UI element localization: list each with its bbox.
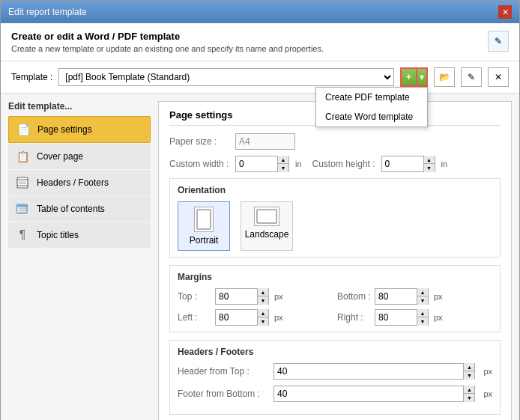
orientation-group: Portrait Landscape [178, 201, 492, 251]
footer-bottom-up[interactable]: ▲ [464, 386, 474, 394]
margins-label: Margins [178, 272, 492, 282]
custom-width-down-btn[interactable]: ▼ [278, 164, 288, 172]
close-button[interactable]: ✕ [498, 5, 512, 19]
headers-footers-section: Headers / Footers Header from Top : ▲ ▼ … [169, 340, 501, 415]
footer-bottom-unit: px [483, 389, 492, 398]
footer-from-bottom-input[interactable] [274, 386, 463, 401]
custom-width-spinner-btns: ▲ ▼ [277, 156, 288, 172]
top-margin-label: Top : [178, 291, 212, 302]
left-margin-row: Left : ▲ ▼ px [178, 309, 333, 326]
sidebar-title: Edit template... [8, 101, 151, 112]
create-word-item[interactable]: Create Word template [316, 107, 427, 127]
landscape-label: Landscape [245, 229, 289, 240]
orientation-section: Orientation Portrait Landscape [169, 178, 501, 258]
dropdown-arrow-button[interactable]: ▾ [417, 67, 428, 87]
portrait-icon [194, 207, 214, 232]
open-template-button[interactable]: 📂 [434, 67, 455, 87]
edit-template-button[interactable]: ✎ [461, 67, 482, 87]
landscape-icon [254, 207, 279, 226]
template-dropdown-menu: Create PDF template Create Word template [315, 87, 428, 127]
delete-icon: ✕ [495, 72, 502, 82]
header-top-unit: px [483, 367, 492, 376]
bottom-margin-input[interactable] [375, 289, 417, 304]
left-margin-input[interactable] [216, 310, 257, 325]
top-margin-btns: ▲ ▼ [257, 288, 268, 305]
bottom-margin-label: Bottom : [337, 291, 372, 302]
svg-rect-10 [197, 210, 211, 229]
right-margin-btns: ▲ ▼ [417, 309, 428, 326]
sidebar-item-page-settings[interactable]: 📄 Page settings [8, 116, 151, 143]
create-pdf-item[interactable]: Create PDF template [316, 88, 427, 107]
margins-grid: Top : ▲ ▼ px Bottom : [178, 288, 492, 326]
header-top-down[interactable]: ▼ [464, 371, 474, 380]
right-margin-spinner: ▲ ▼ [375, 309, 429, 326]
footer-from-bottom-spinner: ▲ ▼ [273, 386, 475, 402]
sidebar-item-page-settings-label: Page settings [37, 124, 92, 135]
template-select[interactable]: [pdf] Book Template (Standard) [58, 68, 394, 86]
header-from-top-label: Header from Top : [178, 366, 267, 377]
custom-width-label: Custom width : [169, 159, 229, 169]
header-from-top-btns: ▲ ▼ [463, 363, 474, 380]
custom-height-down-btn[interactable]: ▼ [424, 164, 435, 172]
bottom-margin-down[interactable]: ▼ [417, 296, 428, 305]
orientation-label: Orientation [178, 185, 492, 195]
sidebar-item-cover-page[interactable]: 📋 Cover page [8, 144, 151, 169]
footer-from-bottom-row: Footer from Bottom : ▲ ▼ px [178, 386, 492, 402]
bottom-margin-up[interactable]: ▲ [417, 288, 428, 296]
custom-height-label: Custom height : [308, 159, 375, 169]
sidebar-item-topic-titles[interactable]: ¶ Topic titles [8, 222, 151, 248]
right-margin-up[interactable]: ▲ [417, 309, 428, 317]
footer-bottom-down[interactable]: ▼ [464, 394, 474, 402]
sidebar-items: 📄 Page settings 📋 Cover page [8, 116, 151, 248]
chevron-down-icon: ▾ [420, 72, 424, 82]
left-margin-down[interactable]: ▼ [258, 317, 268, 326]
pencil-icon: ✎ [468, 72, 475, 82]
footer-from-bottom-label: Footer from Bottom : [178, 389, 267, 399]
custom-width-up-btn[interactable]: ▲ [278, 156, 288, 164]
headers-footers-label: Headers / Footers [178, 347, 492, 357]
add-template-button[interactable]: + [400, 67, 417, 87]
right-margin-input[interactable] [375, 310, 417, 325]
bottom-margin-row: Bottom : ▲ ▼ px [337, 288, 492, 305]
bottom-margin-spinner: ▲ ▼ [375, 288, 429, 305]
dialog-title: Edit report template [8, 7, 87, 17]
right-margin-row: Right : ▲ ▼ px [337, 309, 492, 326]
custom-height-up-btn[interactable]: ▲ [424, 156, 435, 164]
top-margin-row: Top : ▲ ▼ px [178, 288, 333, 305]
plus-icon: + [406, 72, 411, 82]
edit-icon: ✎ [495, 36, 502, 46]
top-margin-down[interactable]: ▼ [258, 296, 268, 305]
top-unit: px [274, 292, 283, 301]
paper-size-label: Paper size : [169, 136, 229, 147]
top-margin-up[interactable]: ▲ [258, 288, 268, 296]
sidebar-item-table-of-contents-label: Table of contents [37, 204, 105, 214]
left-margin-up[interactable]: ▲ [258, 309, 268, 317]
custom-width-input[interactable] [236, 156, 277, 171]
paper-size-row: Paper size : [169, 133, 501, 150]
custom-height-spinner: ▲ ▼ [381, 156, 435, 172]
header-content: Create or edit a Word / PDF template Cre… [11, 31, 324, 53]
right-unit: px [434, 313, 443, 322]
folder-icon: 📂 [439, 72, 450, 82]
sidebar-item-headers-footers[interactable]: Headers / Footers [8, 170, 151, 195]
top-margin-input[interactable] [216, 289, 257, 304]
margins-section: Margins Top : ▲ ▼ px [169, 265, 501, 332]
landscape-button[interactable]: Landscape [241, 201, 293, 251]
portrait-button[interactable]: Portrait [178, 201, 230, 251]
header-from-top-input[interactable] [274, 364, 463, 379]
delete-template-button[interactable]: ✕ [488, 67, 509, 87]
right-margin-down[interactable]: ▼ [417, 317, 428, 326]
right-margin-label: Right : [337, 312, 372, 323]
left-unit: px [274, 313, 283, 322]
table-of-contents-icon [14, 201, 31, 217]
header-top-up[interactable]: ▲ [464, 363, 474, 371]
cover-page-icon: 📋 [14, 148, 31, 165]
main-body: Edit template... 📄 Page settings 📋 Cover… [1, 94, 519, 420]
paper-size-input[interactable] [235, 133, 295, 150]
left-margin-label: Left : [178, 312, 212, 323]
sidebar-item-table-of-contents[interactable]: Table of contents [8, 196, 151, 222]
custom-height-input[interactable] [382, 156, 423, 171]
bottom-margin-btns: ▲ ▼ [417, 288, 428, 305]
top-margin-spinner: ▲ ▼ [215, 288, 269, 305]
left-margin-spinner: ▲ ▼ [215, 309, 269, 326]
